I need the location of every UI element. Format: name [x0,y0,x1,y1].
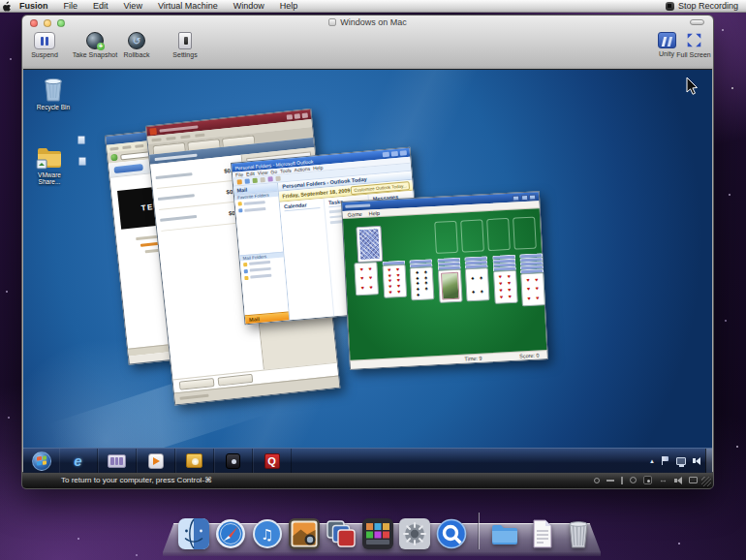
windows-desktop[interactable]: Recycle Bin VMware Share... TEAM F [23,69,712,473]
face-up-card[interactable]: ♥♥♥♥♥♥♥♥♥♥ [382,264,407,298]
device-usb-icon[interactable] [621,477,623,484]
tray-expand-icon[interactable]: ▲ [649,458,655,464]
solitaire-window-controls[interactable] [513,194,536,201]
dark-app-icon [226,453,240,469]
dock-quicktime-icon[interactable] [436,518,467,549]
quicken-window-controls[interactable] [287,112,308,119]
face-up-card[interactable]: ♥♥♥♥♥♥ [354,262,379,296]
mac-dock: ♫ [163,523,601,552]
rollback-button[interactable]: ↺ Rollback [115,32,158,58]
taskbar-media-library[interactable] [98,449,137,473]
taskbar-quicken[interactable]: Q [253,449,292,473]
vm-window-titlebar[interactable]: Windows on Mac [22,16,713,30]
device-harddisk-icon[interactable] [643,476,652,484]
stop-recording-button[interactable]: Stop Recording [666,1,746,11]
tableau-column: ♥♥♥♥♥♥♥♥♥♥ [382,261,408,314]
browser-logo-icon [110,154,118,162]
page-nav-button[interactable] [113,164,143,173]
quicken-app-icon [149,127,157,135]
quicken-icon: Q [264,453,280,469]
settings-switch-icon [178,32,192,49]
folder-tree[interactable] [234,197,283,255]
dock-documents-folder-icon[interactable] [489,518,520,549]
vmware-share-label: VMware Share... [27,171,72,185]
menu-file[interactable]: File [56,0,86,13]
taskbar-media-player[interactable] [137,449,175,473]
minimize-icon [513,195,519,201]
dock-itunes-icon[interactable]: ♫ [252,518,283,549]
foundation-slot[interactable] [486,218,511,251]
tableau-column: ♥♥♥♥♥♥ [519,253,545,306]
desktop-shortcut-icon[interactable] [78,157,86,166]
network-icon[interactable] [676,457,686,465]
ie-icon: e [74,453,81,468]
settings-button[interactable]: Settings [164,32,206,58]
menu-window[interactable]: Window [226,0,272,13]
device-network-icon[interactable]: ↔ [659,476,668,484]
dock-document-stack-icon[interactable] [526,518,557,549]
menu-fusion[interactable]: Fusion [17,0,56,13]
mouse-cursor [686,77,699,95]
face-up-card[interactable] [437,269,462,303]
volume-icon[interactable] [693,457,700,465]
windows-flag-icon [37,455,47,465]
device-lamp-icon[interactable] [594,478,600,483]
desktop-shortcut-icon[interactable] [78,136,85,144]
stop-recording-label: Stop Recording [678,1,738,11]
full-screen-button[interactable]: Full Screen [673,32,714,58]
face-up-card[interactable]: ♠♠♠♠ [465,267,490,301]
dock-vmware-fusion-icon[interactable] [326,518,357,549]
action-center-flag-icon[interactable] [662,456,669,465]
dock-safari-icon[interactable] [215,518,246,549]
show-desktop-button[interactable] [705,449,712,473]
apple-menu-icon[interactable] [2,1,12,12]
outlook-window-controls[interactable] [383,150,407,157]
dock-iphoto-icon[interactable] [289,518,320,549]
suspend-button[interactable]: Suspend [22,32,67,58]
svg-text:♫: ♫ [261,526,273,544]
recycle-bin-icon [41,76,66,103]
solitaire-window[interactable]: Game Help ♥♥♥♥♥♥♥♥♥♥♥♥♥♥♥♥♠♠♠♠♠♠♠♠♠♠♠♠♠♥… [341,191,548,369]
mail-folder-tree[interactable] [240,257,289,315]
media-library-icon [108,454,126,468]
dock-preferences-gear-icon[interactable] [399,518,430,549]
menu-virtual-machine[interactable]: Virtual Machine [150,0,226,13]
device-display-icon[interactable] [689,477,698,483]
tableau-column: ♥♥♥♥♥♥♥♥ [492,255,518,308]
tableau-column: ♥♥♥♥♥♥ [354,262,380,315]
maximize-icon [520,194,527,200]
stock-pile-card[interactable] [356,226,383,263]
start-button[interactable] [32,451,51,471]
menu-help[interactable]: Help [272,0,306,13]
desktop-icon-vmware-share[interactable]: VMware Share... [27,145,72,185]
dock-finder-icon[interactable] [178,518,209,549]
time-counter: Time: 9 [464,356,482,362]
menu-view[interactable]: View [116,0,150,13]
window-resize-grip[interactable] [701,477,711,486]
foundation-slot[interactable] [434,221,458,254]
device-dash-icon[interactable] [606,480,614,482]
face-up-card[interactable]: ♥♥♥♥♥♥ [520,272,545,306]
face-up-card[interactable]: ♠♠♠♠♠♠♠♠♠ [410,266,435,300]
foundation-slot[interactable] [460,219,484,252]
face-up-card[interactable]: ♥♥♥♥♥♥♥♥ [492,270,517,304]
vm-proxy-icon [328,18,336,26]
help-menu: Help [368,209,380,217]
dock-trash-icon[interactable] [563,518,594,549]
recycle-bin-label: Recycle Bin [31,104,76,110]
foundation-slot[interactable] [513,217,537,250]
taskbar-internet-explorer[interactable]: e [59,449,98,473]
vm-status-message: To return to your computer, press Contro… [61,476,212,484]
toolbar-toggle-pill[interactable] [690,19,704,25]
shared-folder-icon [35,145,64,171]
taskbar-outlook[interactable] [175,449,214,473]
device-cd-icon[interactable] [630,477,637,483]
dock-grid-app-icon[interactable] [362,518,393,549]
device-sound-icon[interactable] [674,477,682,484]
camera-rollback-icon: ↺ [128,32,145,49]
menu-edit[interactable]: Edit [85,0,116,13]
full-screen-label: Full Screen [673,51,714,58]
desktop-icon-recycle-bin[interactable]: Recycle Bin [31,76,76,110]
taskbar-dark-app[interactable] [214,449,253,473]
tableau-row: ♥♥♥♥♥♥♥♥♥♥♥♥♥♥♥♥♠♠♠♠♠♠♠♠♠♠♠♠♠♥♥♥♥♥♥♥♥♥♥♥… [354,254,539,316]
